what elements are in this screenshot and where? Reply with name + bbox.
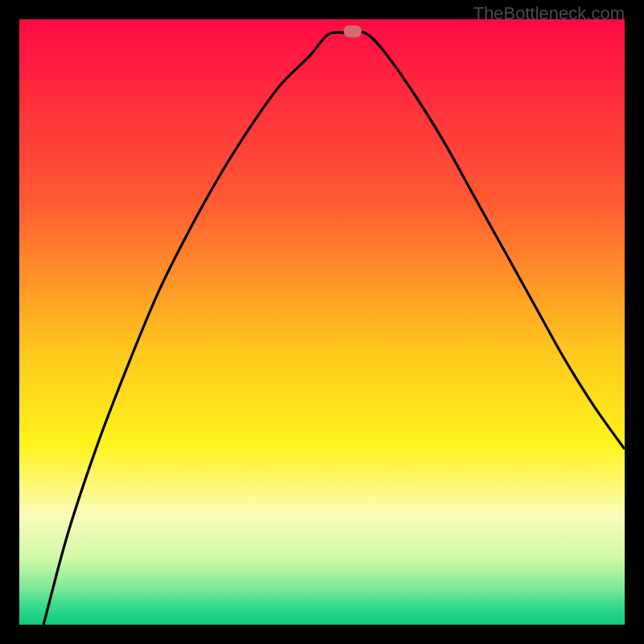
bottleneck-curve <box>19 19 625 625</box>
optimal-marker <box>344 26 361 38</box>
plot-area <box>19 19 625 625</box>
watermark: TheBottleneck.com <box>473 3 625 24</box>
